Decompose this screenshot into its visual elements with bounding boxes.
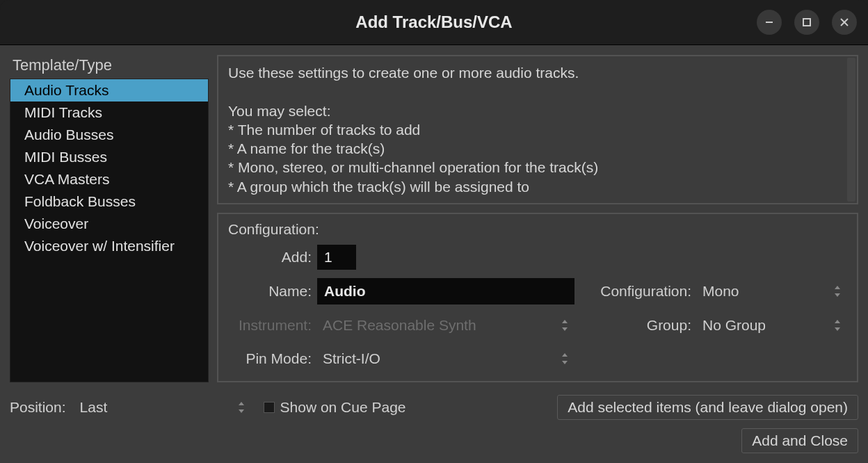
sidebar-item-midi-busses[interactable]: MIDI Busses	[10, 146, 208, 168]
window-title: Add Track/Bus/VCA	[355, 13, 512, 32]
configuration-title: Configuration:	[228, 221, 847, 238]
main-row: Template/Type Audio Tracks MIDI Tracks A…	[10, 55, 858, 382]
configuration-label: Configuration:	[580, 283, 691, 300]
instrument-label: Instrument:	[228, 317, 312, 334]
add-and-close-button[interactable]: Add and Close	[741, 428, 858, 453]
add-label: Add:	[228, 249, 312, 266]
close-row: Add and Close	[10, 420, 858, 453]
name-label: Name:	[228, 283, 312, 300]
chevron-updown-icon	[833, 319, 842, 332]
content-area: Template/Type Audio Tracks MIDI Tracks A…	[0, 44, 868, 463]
sidebar-title: Template/Type	[10, 55, 209, 79]
close-button[interactable]	[832, 10, 857, 35]
minimize-icon	[764, 17, 775, 28]
show-cue-checkbox[interactable]	[264, 402, 275, 413]
sidebar: Template/Type Audio Tracks MIDI Tracks A…	[10, 55, 209, 382]
sidebar-item-midi-tracks[interactable]: MIDI Tracks	[10, 101, 208, 124]
titlebar: Add Track/Bus/VCA	[0, 0, 868, 44]
group-label: Group:	[580, 317, 691, 334]
config-form: Add: Name: Configuration: Mono	[228, 245, 847, 371]
sidebar-item-voiceover-intensifier[interactable]: Voiceover w/ Intensifier	[10, 235, 208, 257]
description-box: Use these settings to create one or more…	[217, 55, 858, 204]
description-text: Use these settings to create one or more…	[228, 63, 847, 196]
pin-mode-label: Pin Mode:	[228, 350, 312, 367]
chevron-updown-icon	[833, 285, 842, 298]
add-input[interactable]	[317, 245, 356, 270]
chevron-updown-icon	[561, 352, 569, 365]
sidebar-list: Audio Tracks MIDI Tracks Audio Busses MI…	[10, 79, 209, 382]
chevron-updown-icon	[237, 401, 246, 414]
configuration-dropdown[interactable]: Mono	[697, 279, 847, 304]
position-dropdown[interactable]: Last	[74, 395, 251, 420]
description-scrollbar[interactable]	[847, 58, 855, 202]
sidebar-item-audio-tracks[interactable]: Audio Tracks	[10, 79, 208, 101]
name-input[interactable]	[317, 278, 574, 304]
window-controls	[757, 10, 857, 35]
pin-mode-dropdown[interactable]: Strict-I/O	[317, 346, 574, 371]
add-leave-open-button[interactable]: Add selected items (and leave dialog ope…	[557, 395, 858, 420]
close-icon	[839, 17, 850, 28]
show-cue-label: Show on Cue Page	[280, 399, 406, 416]
configuration-section: Configuration: Add: Name: Configuration:…	[217, 213, 858, 382]
instrument-dropdown: ACE Reasonable Synth	[317, 313, 574, 338]
position-label: Position:	[10, 399, 66, 416]
sidebar-item-audio-busses[interactable]: Audio Busses	[10, 124, 208, 146]
svg-rect-1	[803, 19, 810, 26]
sidebar-item-foldback-busses[interactable]: Foldback Busses	[10, 190, 208, 213]
minimize-button[interactable]	[757, 10, 782, 35]
add-track-dialog: Add Track/Bus/VCA Template/Type Audio Tr…	[0, 0, 868, 463]
bottom-row: Position: Last Show on Cue Page Add sele…	[10, 382, 858, 420]
chevron-updown-icon	[561, 319, 569, 332]
sidebar-item-voiceover[interactable]: Voiceover	[10, 213, 208, 235]
show-cue-checkbox-wrap: Show on Cue Page	[264, 399, 406, 416]
right-panel: Use these settings to create one or more…	[217, 55, 858, 382]
maximize-icon	[801, 17, 812, 28]
maximize-button[interactable]	[794, 10, 819, 35]
group-dropdown[interactable]: No Group	[697, 313, 847, 338]
sidebar-item-vca-masters[interactable]: VCA Masters	[10, 168, 208, 190]
